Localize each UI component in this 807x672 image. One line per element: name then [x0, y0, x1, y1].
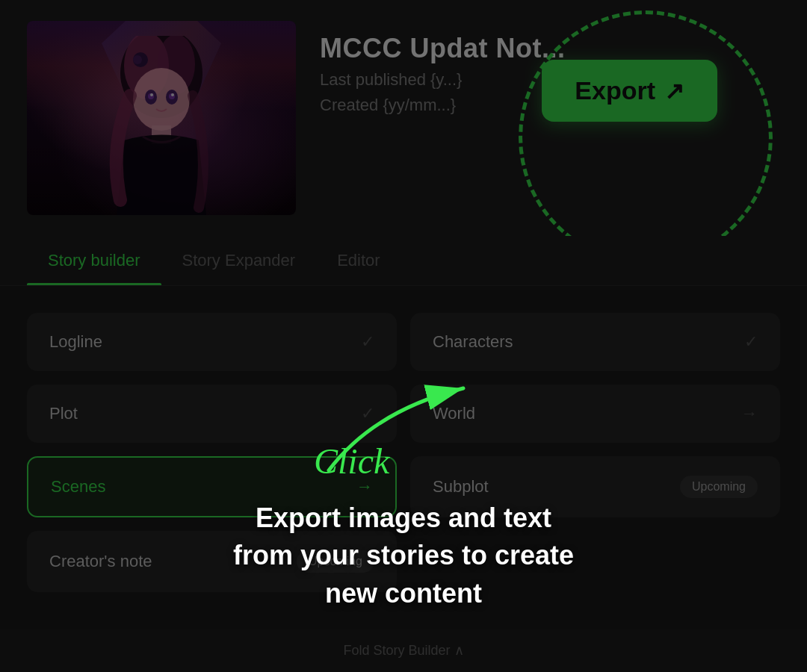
svg-point-9	[171, 93, 174, 96]
created-date: Created {yy/mm...}	[320, 96, 565, 115]
header-section: MCCC Updat Not... Last published {y...} …	[0, 0, 807, 236]
svg-point-8	[150, 93, 153, 96]
world-label: World	[433, 404, 475, 423]
subplot-label: Subplot	[433, 477, 489, 497]
logline-label: Logline	[49, 332, 102, 352]
card-plot[interactable]: Plot ✓	[27, 385, 397, 443]
story-title: MCCC Updat Not...	[320, 33, 565, 64]
svg-point-12	[133, 55, 142, 64]
characters-check-icon: ✓	[744, 332, 758, 352]
subplot-upcoming-badge: Upcoming	[680, 476, 758, 498]
scenes-arrow-icon: →	[356, 477, 373, 497]
plot-check-icon: ✓	[361, 404, 374, 423]
tabs-bar: Story builder Story Expander Editor	[0, 236, 807, 286]
card-scenes[interactable]: Scenes →	[27, 456, 397, 517]
card-characters[interactable]: Characters ✓	[410, 313, 780, 371]
card-subplot[interactable]: Subplot Upcoming	[410, 456, 780, 517]
content-grid: Logline ✓ Characters ✓ Plot ✓ World → Sc…	[0, 286, 807, 592]
character-silhouette	[79, 36, 244, 215]
world-arrow-icon: →	[741, 404, 758, 423]
fold-bar-label: Fold Story Builder ∧	[343, 643, 463, 658]
fold-bar[interactable]: Fold Story Builder ∧	[0, 629, 807, 672]
svg-point-3	[133, 68, 190, 131]
export-button[interactable]: Export ↗	[542, 60, 717, 122]
scenes-label: Scenes	[51, 477, 105, 497]
tab-story-expander[interactable]: Story Expander	[161, 236, 317, 285]
creators-note-label: Creator's note	[49, 552, 152, 571]
meta-section: MCCC Updat Not... Last published {y...} …	[320, 21, 565, 115]
export-icon: ↗	[664, 77, 684, 105]
creators-note-upcoming-badge: Upcoming	[297, 550, 374, 573]
tab-editor[interactable]: Editor	[316, 236, 401, 285]
tab-story-builder[interactable]: Story builder	[27, 236, 161, 285]
card-creators-note[interactable]: Creator's note Upcoming	[27, 531, 397, 592]
export-label: Export	[575, 76, 655, 105]
plot-label: Plot	[49, 404, 78, 423]
cover-image	[27, 21, 296, 215]
card-world[interactable]: World →	[410, 385, 780, 443]
cover-art	[27, 21, 296, 215]
card-logline[interactable]: Logline ✓	[27, 313, 397, 371]
logline-check-icon: ✓	[361, 332, 374, 352]
characters-label: Characters	[433, 332, 513, 352]
published-date: Last published {y...}	[320, 70, 565, 90]
